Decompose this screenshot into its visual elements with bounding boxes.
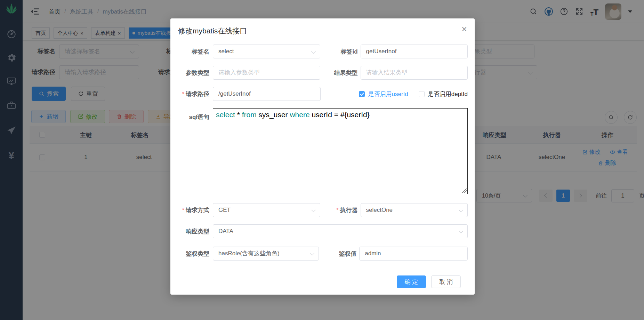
close-icon[interactable]: × xyxy=(461,25,467,34)
enable-deptid-checkbox[interactable]: 是否启用deptId xyxy=(419,90,468,98)
executor-label: 执行器 xyxy=(323,206,358,214)
executor-select[interactable]: selectOne xyxy=(361,203,468,217)
param-type-label: 参数类型 xyxy=(177,69,209,77)
auth-type-select[interactable]: hasRole(含有这些角色) xyxy=(213,247,319,261)
form-row-3: 请求路径 是否启用userId 是否启用deptId xyxy=(177,87,468,101)
response-type-select[interactable]: DATA xyxy=(213,224,468,238)
result-type-input[interactable] xyxy=(361,66,468,80)
tag-name-label: 标签名 xyxy=(177,48,209,56)
chevron-down-icon xyxy=(310,251,314,256)
request-method-label: 请求方式 xyxy=(177,206,209,214)
resize-grip-icon[interactable] xyxy=(462,189,467,193)
chevron-down-icon xyxy=(459,208,463,212)
form-row-sql: sql语句 select * from sys_user where userI… xyxy=(177,108,468,194)
request-path-label: 请求路径 xyxy=(177,90,209,98)
form-row-7: 鉴权类型 hasRole(含有这些角色) 鉴权值 xyxy=(177,247,468,261)
request-method-select[interactable]: GET xyxy=(213,203,320,217)
checkbox-group: 是否启用userId 是否启用deptId xyxy=(359,90,468,98)
dialog-title: 修改mybatis在线接口 xyxy=(178,27,247,35)
dialog-body: 标签名 select 标签id 参数类型 结果类型 请求路径 xyxy=(170,36,475,288)
chevron-down-icon xyxy=(459,229,463,233)
auth-value-input[interactable] xyxy=(359,247,468,261)
edit-dialog: 修改mybatis在线接口 × 标签名 select 标签id 参数类型 结果类… xyxy=(170,18,475,295)
tag-name-select[interactable]: select xyxy=(213,45,320,58)
dialog-footer: 确 定 取 消 xyxy=(177,275,461,288)
dialog-header: 修改mybatis在线接口 × xyxy=(170,18,475,36)
tag-id-label: 标签id xyxy=(323,48,358,56)
cancel-button[interactable]: 取 消 xyxy=(431,275,461,288)
form-row-2: 参数类型 结果类型 xyxy=(177,66,468,80)
confirm-button[interactable]: 确 定 xyxy=(397,275,426,288)
app-root: ¥ 首页 / 系统工具 / mybatis在线接口 xyxy=(0,0,644,320)
tag-id-input[interactable] xyxy=(361,45,468,58)
request-path-input[interactable] xyxy=(213,87,321,101)
checkbox-check-icon xyxy=(359,91,365,97)
chevron-down-icon xyxy=(311,208,316,212)
form-row-5: 请求方式 GET 执行器 selectOne xyxy=(177,203,468,217)
result-type-label: 结果类型 xyxy=(323,69,358,77)
sql-code-editor[interactable]: select * from sys_user where userId = #{… xyxy=(213,108,468,194)
enable-userid-checkbox[interactable]: 是否启用userId xyxy=(359,90,408,98)
response-type-label: 响应类型 xyxy=(177,227,209,235)
form-row-6: 响应类型 DATA xyxy=(177,224,468,238)
param-type-input[interactable] xyxy=(213,66,320,80)
chevron-down-icon xyxy=(311,49,316,54)
auth-value-label: 鉴权值 xyxy=(322,250,356,258)
auth-type-label: 鉴权类型 xyxy=(177,250,209,258)
sql-label: sql语句 xyxy=(177,113,209,121)
checkbox-box-icon xyxy=(419,91,425,97)
form-row-1: 标签名 select 标签id xyxy=(177,45,468,58)
